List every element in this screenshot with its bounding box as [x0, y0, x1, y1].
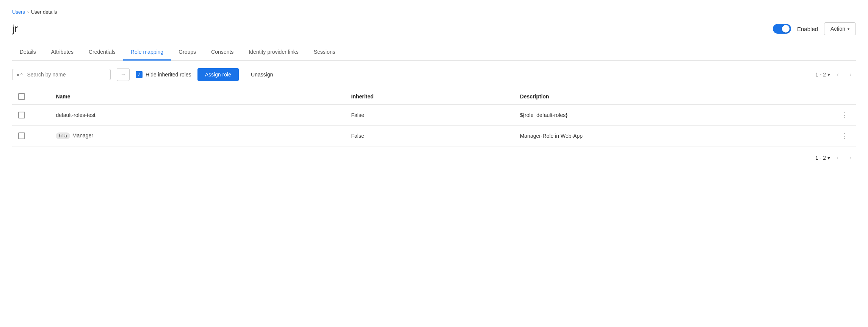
header-inherited: Inherited: [345, 89, 514, 105]
tab-groups[interactable]: Groups: [171, 44, 204, 61]
pagination-range-chevron-icon: ▾: [827, 72, 830, 78]
bottom-pagination-prev-button[interactable]: ‹: [832, 153, 843, 163]
bottom-pagination-next-button[interactable]: ›: [845, 153, 856, 163]
row-menu-button[interactable]: ⋮: [838, 110, 850, 120]
header-row: jr Enabled Action ▾: [12, 22, 856, 35]
breadcrumb-separator: ›: [27, 9, 29, 15]
row-inherited: False: [345, 126, 514, 146]
toolbar: ●⚬ → ✓ Hide inherited roles Assign role …: [12, 68, 856, 81]
toggle-thumb: [782, 25, 790, 33]
bottom-chevron-right-icon: ›: [849, 154, 851, 161]
enabled-toggle[interactable]: [773, 24, 791, 34]
row-description: Manager-Role in Web-App: [514, 126, 809, 146]
bottom-pagination-range-text: 1 - 2: [815, 155, 826, 161]
bottom-pagination-range-chevron-icon: ▾: [827, 155, 830, 161]
pagination-range-text: 1 - 2: [815, 72, 826, 78]
tab-details[interactable]: Details: [12, 44, 44, 61]
tabs-bar: Details Attributes Credentials Role mapp…: [12, 44, 856, 61]
search-input[interactable]: [27, 72, 107, 78]
top-pagination: 1 - 2 ▾ ‹ ›: [815, 69, 856, 80]
user-initials: jr: [12, 23, 18, 35]
row-checkbox[interactable]: [18, 132, 25, 139]
search-wrapper: ●⚬: [12, 69, 111, 80]
toggle-track: [773, 24, 791, 34]
breadcrumb: Users › User details: [12, 9, 856, 15]
table-header-row: Name Inherited Description: [12, 89, 856, 105]
row-actions: ⋮: [809, 126, 856, 146]
header-right: Enabled Action ▾: [773, 22, 856, 35]
search-go-button[interactable]: →: [117, 68, 130, 81]
tab-sessions[interactable]: Sessions: [306, 44, 343, 61]
pagination-prev-button[interactable]: ‹: [832, 69, 843, 80]
header-checkbox-col: [12, 89, 50, 105]
checkbox-check-icon: ✓: [137, 72, 141, 77]
roles-table: Name Inherited Description default-roles…: [12, 89, 856, 146]
bottom-pagination-range[interactable]: 1 - 2 ▾: [815, 155, 830, 161]
header-name: Name: [50, 89, 345, 105]
row-menu-button[interactable]: ⋮: [838, 131, 850, 141]
unassign-button[interactable]: Unassign: [245, 68, 279, 81]
breadcrumb-current: User details: [31, 9, 57, 15]
row-inherited: False: [345, 105, 514, 126]
assign-role-button[interactable]: Assign role: [197, 68, 239, 81]
search-icon: ●⚬: [16, 72, 24, 78]
table-row: default-roles-testFalse${role_default-ro…: [12, 105, 856, 126]
tab-idp-links[interactable]: Identity provider links: [241, 44, 306, 61]
action-label: Action: [830, 26, 845, 32]
hide-inherited-checkbox-label[interactable]: ✓ Hide inherited roles: [136, 71, 191, 78]
search-go-arrow-icon: →: [121, 72, 126, 78]
table-wrapper: Name Inherited Description default-roles…: [12, 89, 856, 146]
breadcrumb-users-link[interactable]: Users: [12, 9, 25, 15]
chevron-left-icon: ‹: [837, 71, 838, 78]
row-name: hillaManager: [50, 126, 345, 146]
row-checkbox[interactable]: [18, 112, 25, 118]
pagination-next-button[interactable]: ›: [845, 69, 856, 80]
row-actions: ⋮: [809, 105, 856, 126]
bottom-chevron-left-icon: ‹: [837, 154, 838, 161]
pagination-range[interactable]: 1 - 2 ▾: [815, 72, 830, 78]
chevron-right-icon: ›: [849, 71, 851, 78]
tab-role-mapping[interactable]: Role mapping: [123, 44, 171, 61]
hide-inherited-checkbox[interactable]: ✓: [136, 71, 143, 78]
table-row: hillaManagerFalseManager-Role in Web-App…: [12, 126, 856, 146]
tab-attributes[interactable]: Attributes: [44, 44, 81, 61]
page-container: Users › User details jr Enabled Action ▾…: [0, 0, 868, 172]
row-description: ${role_default-roles}: [514, 105, 809, 126]
row-name: default-roles-test: [50, 105, 345, 126]
header-actions: [809, 89, 856, 105]
bottom-pagination-bar: 1 - 2 ▾ ‹ ›: [12, 146, 856, 163]
row-badge: hilla: [56, 132, 70, 139]
action-button[interactable]: Action ▾: [824, 22, 856, 35]
hide-inherited-label: Hide inherited roles: [146, 72, 191, 78]
tab-credentials[interactable]: Credentials: [81, 44, 123, 61]
row-name-text: default-roles-test: [56, 112, 95, 118]
tab-consents[interactable]: Consents: [204, 44, 241, 61]
select-all-checkbox[interactable]: [18, 93, 25, 100]
action-chevron-down-icon: ▾: [848, 27, 849, 31]
row-name-text: Manager: [72, 132, 93, 139]
enabled-label: Enabled: [797, 26, 818, 32]
header-description: Description: [514, 89, 809, 105]
